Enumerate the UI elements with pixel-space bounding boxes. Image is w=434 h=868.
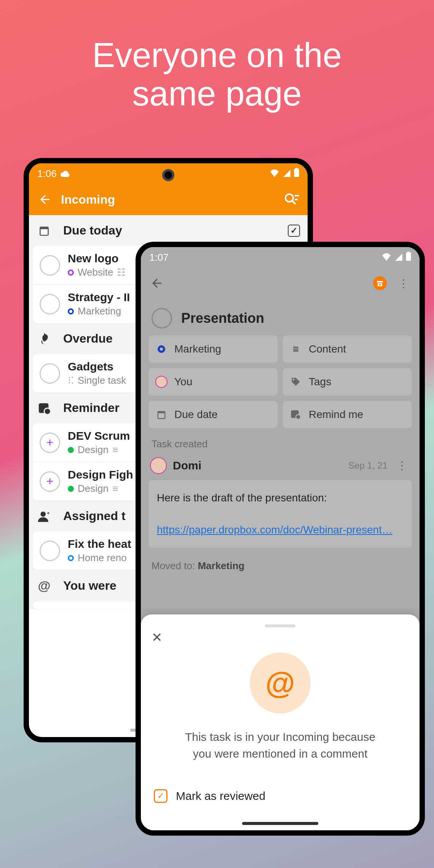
back-icon[interactable]: [37, 192, 53, 207]
avatar: [150, 457, 167, 474]
svg-point-10: [40, 511, 46, 517]
battery-icon: [406, 252, 411, 263]
home-indicator: [242, 822, 318, 825]
single-task-icon: ⁝⁚: [68, 375, 74, 386]
svg-rect-1: [295, 168, 298, 169]
comment-more-icon[interactable]: ⋮: [394, 456, 410, 475]
project-color-icon: [68, 270, 74, 276]
svg-rect-13: [407, 252, 410, 253]
tag-icon: [290, 376, 302, 388]
battery-icon: [294, 168, 299, 180]
person-add-icon: +: [37, 511, 52, 522]
section-icon: ≡: [290, 343, 302, 355]
search-filter-icon[interactable]: [284, 192, 299, 207]
chip-tags[interactable]: Tags: [283, 368, 412, 396]
checkbox-icon[interactable]: ✓: [288, 225, 300, 237]
svg-rect-17: [158, 413, 164, 418]
task-complete-circle[interactable]: [40, 363, 60, 384]
cloud-icon: [61, 168, 70, 180]
comment-date: Sep 1, 21: [348, 460, 388, 471]
task-complete-circle[interactable]: [40, 541, 60, 561]
checkbox-icon: ✓: [154, 789, 168, 803]
project-color-icon: [68, 555, 74, 561]
reminder-icon: [290, 408, 302, 421]
calendar-icon: [37, 225, 52, 237]
signal-icon: [282, 168, 291, 180]
comment-link[interactable]: https://paper.dropbox.com/doc/Webinar-pr…: [157, 524, 393, 536]
app-bar: Incoming: [29, 184, 308, 215]
archive-icon[interactable]: [372, 276, 388, 291]
close-icon[interactable]: ✕: [152, 630, 409, 645]
calendar-icon: [155, 408, 168, 421]
svg-point-2: [286, 194, 293, 202]
svg-point-15: [293, 379, 295, 381]
svg-point-19: [296, 415, 301, 420]
mark-reviewed-button[interactable]: ✓ Mark as reviewed: [152, 785, 409, 807]
task-complete-circle[interactable]: [40, 294, 60, 314]
chip-project[interactable]: Marketing: [148, 335, 278, 363]
status-bar: 1:07: [141, 247, 420, 268]
chip-remind[interactable]: Remind me: [283, 401, 412, 428]
app-bar: ⋮: [141, 268, 420, 299]
project-color-icon: [68, 308, 74, 314]
project-color-icon: [155, 343, 168, 355]
section-small-icon: ≡: [112, 444, 118, 456]
fire-icon: [37, 332, 52, 345]
status-time: 1:07: [149, 252, 169, 263]
camera-hole: [162, 169, 174, 181]
back-icon[interactable]: [149, 276, 164, 291]
more-icon[interactable]: ⋮: [396, 276, 411, 291]
reminder-icon: [37, 402, 52, 415]
task-header: Presentation: [141, 299, 420, 335]
at-icon: @: [37, 578, 52, 593]
project-color-icon: [68, 447, 74, 453]
page-title: Incoming: [61, 193, 276, 207]
task-created-label: Task created: [141, 436, 420, 452]
comment-body: Here is the draft of the presentation: h…: [148, 480, 412, 548]
calendar-small-icon: ☷: [117, 266, 126, 278]
chip-assignee[interactable]: You: [148, 368, 278, 396]
moved-to-label: Moved to: Marketing: [141, 553, 420, 581]
comment-author: Domi: [173, 459, 342, 472]
svg-rect-0: [294, 169, 299, 177]
svg-line-3: [292, 201, 295, 204]
task-complete-circle[interactable]: [152, 308, 172, 329]
svg-rect-7: [41, 229, 48, 235]
avatar-icon: [155, 376, 168, 388]
project-color-icon: [68, 486, 74, 492]
task-add-circle[interactable]: +: [40, 432, 60, 453]
chip-section[interactable]: ≡ Content: [283, 335, 412, 363]
wifi-icon: [381, 252, 391, 263]
svg-text:+: +: [47, 511, 50, 516]
task-add-circle[interactable]: +: [40, 471, 60, 492]
signal-icon: [394, 252, 403, 263]
sheet-message: This task is in your Incoming because yo…: [152, 729, 409, 762]
wifi-icon: [270, 168, 279, 180]
mention-at-icon: @: [250, 653, 311, 713]
task-complete-circle[interactable]: [40, 255, 60, 276]
svg-point-9: [44, 408, 51, 415]
phone-task-detail: 1:07 ⋮ Presentation Mar: [136, 242, 425, 836]
status-time: 1:06: [37, 168, 57, 180]
svg-rect-12: [406, 252, 411, 261]
bottom-sheet: ✕ @ This task is in your Incoming becaus…: [141, 614, 420, 830]
section-small-icon: ≡: [112, 483, 118, 495]
chip-due-date[interactable]: Due date: [148, 401, 278, 428]
section-due-today: Due today ✓: [29, 215, 308, 246]
sheet-grab-handle[interactable]: [265, 624, 295, 627]
task-title: Presentation: [181, 310, 264, 326]
hero-title: Everyone on the same page: [0, 36, 434, 113]
